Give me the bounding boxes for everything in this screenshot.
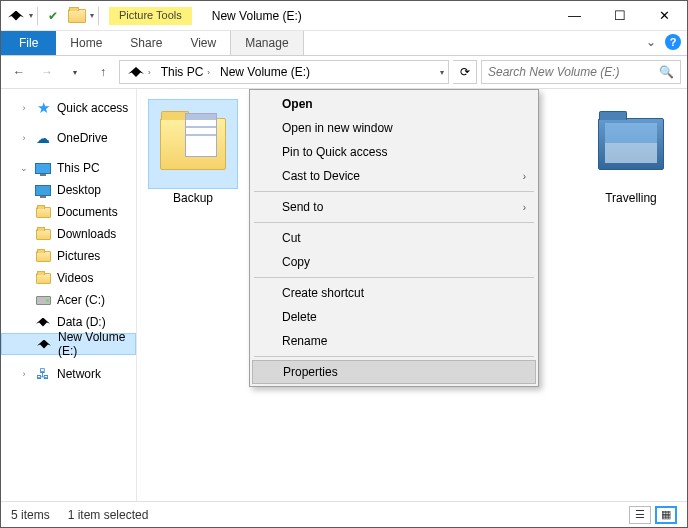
ctx-properties-label: Properties — [283, 365, 338, 379]
nav-downloads[interactable]: Downloads — [1, 223, 136, 245]
folder-travelling-label: Travelling — [583, 191, 679, 205]
nav-videos-label: Videos — [57, 271, 93, 285]
ctx-cast-to-device[interactable]: Cast to Device› — [252, 164, 536, 188]
nav-drive-c-label: Acer (C:) — [57, 293, 105, 307]
maximize-button[interactable]: ☐ — [597, 1, 642, 30]
ctx-cut-label: Cut — [282, 231, 301, 245]
status-bar: 5 items 1 item selected ☰ ▦ — [1, 501, 687, 527]
folder-icon — [160, 118, 226, 170]
search-icon[interactable]: 🔍 — [659, 65, 674, 79]
nav-network[interactable]: ›🖧Network — [1, 363, 136, 385]
nav-pictures[interactable]: Pictures — [1, 245, 136, 267]
nav-network-label: Network — [57, 367, 101, 381]
new-folder-icon[interactable] — [66, 5, 88, 27]
ctx-rename-label: Rename — [282, 334, 327, 348]
search-box[interactable]: 🔍 — [481, 60, 681, 84]
large-icons-view-button[interactable]: ▦ — [655, 506, 677, 524]
ctx-separator — [254, 356, 534, 357]
ctx-shortcut-label: Create shortcut — [282, 286, 364, 300]
breadcrumb-this-pc-label: This PC — [161, 65, 204, 79]
status-item-count: 5 items — [11, 508, 50, 522]
nav-documents-label: Documents — [57, 205, 118, 219]
quick-access-toolbar: ▾ ✔ ▾ — [1, 1, 105, 30]
ctx-properties[interactable]: Properties — [252, 360, 536, 384]
nav-documents[interactable]: Documents — [1, 201, 136, 223]
content-pane[interactable]: Backup Travelling Open Open in new windo… — [137, 89, 687, 501]
submenu-arrow-icon: › — [523, 202, 526, 213]
ctx-separator — [254, 222, 534, 223]
view-switcher: ☰ ▦ — [629, 506, 677, 524]
title-bar: ▾ ✔ ▾ Picture Tools New Volume (E:) — ☐ … — [1, 1, 687, 31]
forward-button[interactable]: → — [35, 60, 59, 84]
tab-share[interactable]: Share — [116, 31, 176, 55]
tab-home[interactable]: Home — [56, 31, 116, 55]
app-icon[interactable] — [5, 5, 27, 27]
ctx-sendto-label: Send to — [282, 200, 323, 214]
nav-drive-e[interactable]: New Volume (E:) — [1, 333, 136, 355]
contextual-tools-label: Picture Tools — [109, 7, 192, 25]
nav-this-pc[interactable]: ⌄This PC — [1, 157, 136, 179]
ctx-pin-quick-access[interactable]: Pin to Quick access — [252, 140, 536, 164]
window-title: New Volume (E:) — [212, 9, 302, 23]
ctx-cut[interactable]: Cut — [252, 226, 536, 250]
ctx-open[interactable]: Open — [252, 92, 536, 116]
ctx-copy[interactable]: Copy — [252, 250, 536, 274]
qat-separator-2 — [98, 7, 99, 25]
breadcrumb-current[interactable]: New Volume (E:) — [216, 65, 314, 79]
ctx-copy-label: Copy — [282, 255, 310, 269]
ctx-open-label: Open — [282, 97, 313, 111]
nav-drive-d-label: Data (D:) — [57, 315, 106, 329]
nav-desktop-label: Desktop — [57, 183, 101, 197]
tab-view[interactable]: View — [176, 31, 230, 55]
ctx-send-to[interactable]: Send to› — [252, 195, 536, 219]
breadcrumb-dropdown-icon[interactable]: ▾ — [440, 68, 444, 77]
nav-onedrive-label: OneDrive — [57, 131, 108, 145]
nav-pictures-label: Pictures — [57, 249, 100, 263]
help-icon[interactable]: ? — [665, 34, 681, 50]
nav-onedrive[interactable]: ›☁OneDrive — [1, 127, 136, 149]
properties-check-icon[interactable]: ✔ — [42, 5, 64, 27]
nav-this-pc-label: This PC — [57, 161, 100, 175]
nav-drive-e-label: New Volume (E:) — [58, 330, 129, 358]
ctx-create-shortcut[interactable]: Create shortcut — [252, 281, 536, 305]
folder-travelling[interactable]: Travelling — [583, 99, 679, 205]
ctx-delete[interactable]: Delete — [252, 305, 536, 329]
address-bar: ← → ▾ ↑ › This PC› New Volume (E:) ▾ ⟳ 🔍 — [1, 56, 687, 89]
back-button[interactable]: ← — [7, 60, 31, 84]
nav-quick-access[interactable]: ›★Quick access — [1, 97, 136, 119]
breadcrumb-root-icon[interactable]: › — [124, 67, 155, 77]
history-dropdown[interactable]: ▾ — [63, 60, 87, 84]
breadcrumb[interactable]: › This PC› New Volume (E:) ▾ — [119, 60, 449, 84]
app-icon-dropdown[interactable]: ▾ — [29, 11, 33, 20]
nav-videos[interactable]: Videos — [1, 267, 136, 289]
ctx-open-new-window[interactable]: Open in new window — [252, 116, 536, 140]
window-controls: — ☐ ✕ — [552, 1, 687, 30]
search-input[interactable] — [488, 65, 659, 79]
up-button[interactable]: ↑ — [91, 60, 115, 84]
navigation-pane: ›★Quick access ›☁OneDrive ⌄This PC Deskt… — [1, 89, 137, 501]
close-button[interactable]: ✕ — [642, 1, 687, 30]
breadcrumb-this-pc[interactable]: This PC› — [157, 65, 214, 79]
submenu-arrow-icon: › — [523, 171, 526, 182]
folder-backup-label: Backup — [145, 191, 241, 205]
tab-file[interactable]: File — [1, 31, 56, 55]
folder-backup[interactable]: Backup — [145, 99, 241, 205]
ribbon-expand-icon[interactable]: ⌄ — [643, 34, 659, 50]
ctx-open-new-label: Open in new window — [282, 121, 393, 135]
qat-separator — [37, 7, 38, 25]
refresh-button[interactable]: ⟳ — [453, 60, 477, 84]
nav-drive-c[interactable]: Acer (C:) — [1, 289, 136, 311]
status-selected-count: 1 item selected — [68, 508, 149, 522]
ctx-delete-label: Delete — [282, 310, 317, 324]
ctx-rename[interactable]: Rename — [252, 329, 536, 353]
qat-dropdown-icon[interactable]: ▾ — [90, 11, 94, 20]
ctx-cast-label: Cast to Device — [282, 169, 360, 183]
context-menu: Open Open in new window Pin to Quick acc… — [249, 89, 539, 387]
nav-desktop[interactable]: Desktop — [1, 179, 136, 201]
ribbon-tabs: File Home Share View Manage ⌄ ? — [1, 31, 687, 56]
ctx-separator — [254, 191, 534, 192]
minimize-button[interactable]: — — [552, 1, 597, 30]
tab-manage[interactable]: Manage — [230, 31, 303, 55]
nav-quick-access-label: Quick access — [57, 101, 128, 115]
details-view-button[interactable]: ☰ — [629, 506, 651, 524]
